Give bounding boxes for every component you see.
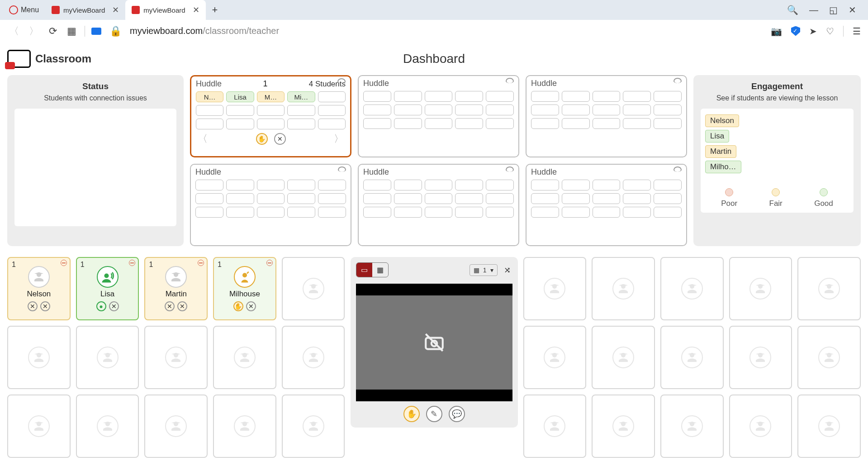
huddle-empty-slot[interactable] xyxy=(654,91,682,102)
huddle-empty-slot[interactable] xyxy=(195,180,223,190)
huddle-member[interactable]: N… xyxy=(196,91,223,102)
student-card-empty[interactable] xyxy=(213,395,276,458)
huddle-empty-slot[interactable] xyxy=(195,193,223,204)
huddle-empty-slot[interactable] xyxy=(287,105,315,116)
huddle-empty-slot[interactable] xyxy=(486,105,514,115)
video-indicator-icon[interactable] xyxy=(91,28,101,35)
huddle-empty-slot[interactable] xyxy=(394,105,422,115)
shuffle-button[interactable]: ⤨ xyxy=(502,263,512,277)
huddle-empty-slot[interactable] xyxy=(425,118,453,129)
huddle-card-5[interactable]: Huddle xyxy=(358,164,519,246)
huddle-empty-slot[interactable] xyxy=(363,207,391,218)
huddle-empty-slot[interactable] xyxy=(623,105,651,115)
huddle-empty-slot[interactable] xyxy=(623,193,651,204)
huddle-empty-slot[interactable] xyxy=(394,193,422,204)
student-card-empty[interactable] xyxy=(282,257,345,320)
remove-icon[interactable] xyxy=(266,260,273,266)
huddle-card-6[interactable]: Huddle xyxy=(526,164,687,246)
huddle-empty-slot[interactable] xyxy=(196,119,223,129)
lasso-icon[interactable] xyxy=(337,78,346,84)
huddle-empty-slot[interactable] xyxy=(394,118,422,129)
raise-hand-button[interactable]: ✋ xyxy=(403,406,420,422)
new-tab-button[interactable]: + xyxy=(206,2,224,18)
student-card-empty[interactable] xyxy=(660,257,724,320)
huddle-empty-slot[interactable] xyxy=(531,180,559,190)
grid-view-icon[interactable]: ▦ xyxy=(372,263,388,277)
student-card-empty[interactable] xyxy=(592,395,655,458)
huddle-empty-slot[interactable] xyxy=(455,105,483,115)
huddle-empty-slot[interactable] xyxy=(455,118,483,129)
huddle-empty-slot[interactable] xyxy=(486,91,514,102)
huddle-empty-slot[interactable] xyxy=(562,105,590,115)
huddle-empty-slot[interactable] xyxy=(623,118,651,129)
huddle-empty-slot[interactable] xyxy=(195,207,223,218)
chevron-right-icon[interactable]: 〉 xyxy=(334,132,344,146)
student-card-empty[interactable] xyxy=(729,326,792,389)
huddle-empty-slot[interactable] xyxy=(623,207,651,218)
huddle-empty-slot[interactable] xyxy=(318,180,346,190)
huddle-empty-slot[interactable] xyxy=(623,91,651,102)
huddle-empty-slot[interactable] xyxy=(455,180,483,190)
huddle-empty-slot[interactable] xyxy=(318,119,346,129)
huddle-empty-slot[interactable] xyxy=(562,118,590,129)
browser-tab-0[interactable]: myViewBoard ✕ xyxy=(45,0,125,20)
huddle-card-1[interactable]: Huddle 1 4 Students N… Lisa M… Mi… xyxy=(190,75,351,157)
reload-button[interactable]: ⟳ xyxy=(47,24,59,39)
presenter-video[interactable] xyxy=(356,284,512,401)
huddle-empty-slot[interactable] xyxy=(593,118,621,129)
huddle-empty-slot[interactable] xyxy=(486,193,514,204)
lasso-icon[interactable] xyxy=(338,166,346,172)
mic-on-icon[interactable]: ● xyxy=(96,301,106,311)
student-card-empty[interactable] xyxy=(213,326,276,389)
huddle-empty-slot[interactable] xyxy=(257,193,285,204)
lasso-icon[interactable] xyxy=(506,166,514,172)
window-minimize-icon[interactable]: — xyxy=(809,5,818,15)
huddle-empty-slot[interactable] xyxy=(226,207,254,218)
mic-mute-icon[interactable]: ✕ xyxy=(165,301,175,311)
student-card-empty[interactable] xyxy=(797,395,861,458)
huddle-empty-slot[interactable] xyxy=(531,193,559,204)
remove-icon[interactable] xyxy=(129,260,135,266)
huddle-empty-slot[interactable] xyxy=(562,91,590,102)
student-card-lisa[interactable]: 1 Lisa ●✕ xyxy=(76,257,139,320)
huddle-empty-slot[interactable] xyxy=(226,180,254,190)
close-icon[interactable]: ✕ xyxy=(112,5,119,15)
student-card-empty[interactable] xyxy=(797,257,861,320)
huddle-empty-slot[interactable] xyxy=(425,91,453,102)
huddle-empty-slot[interactable] xyxy=(363,118,391,129)
huddle-empty-slot[interactable] xyxy=(318,207,346,218)
student-card-empty[interactable] xyxy=(592,257,655,320)
raise-hand-button[interactable]: ✋ xyxy=(256,133,268,145)
lasso-icon[interactable] xyxy=(506,78,514,83)
huddle-empty-slot[interactable] xyxy=(531,91,559,102)
huddle-empty-slot[interactable] xyxy=(486,118,514,129)
snapshot-icon[interactable]: 📷 xyxy=(771,26,782,37)
huddle-empty-slot[interactable] xyxy=(593,180,621,190)
huddle-empty-slot[interactable] xyxy=(531,105,559,115)
lasso-icon[interactable] xyxy=(674,166,682,172)
student-card-empty[interactable] xyxy=(7,395,71,458)
cam-mute-icon[interactable]: ✕ xyxy=(246,301,256,311)
engagement-item[interactable]: Martin xyxy=(705,145,736,158)
huddle-empty-slot[interactable] xyxy=(593,105,621,115)
hand-raised-icon[interactable]: ✋ xyxy=(233,301,243,311)
huddle-empty-slot[interactable] xyxy=(226,193,254,204)
huddle-empty-slot[interactable] xyxy=(486,207,514,218)
chat-button[interactable]: 💬 xyxy=(449,406,465,422)
window-restore-icon[interactable]: ◱ xyxy=(829,5,838,15)
huddle-empty-slot[interactable] xyxy=(394,91,422,102)
huddle-empty-slot[interactable] xyxy=(226,105,254,116)
huddle-empty-slot[interactable] xyxy=(363,180,391,190)
window-close-icon[interactable]: ✕ xyxy=(849,5,856,15)
nav-forward-button[interactable]: 〉 xyxy=(27,23,41,40)
huddle-empty-slot[interactable] xyxy=(425,180,453,190)
huddle-empty-slot[interactable] xyxy=(593,193,621,204)
huddle-empty-slot[interactable] xyxy=(363,91,391,102)
huddle-empty-slot[interactable] xyxy=(287,180,315,190)
engagement-item[interactable]: Nelson xyxy=(705,114,739,127)
student-card-empty[interactable] xyxy=(282,395,345,458)
student-card-empty[interactable] xyxy=(282,326,345,389)
student-card-empty[interactable] xyxy=(523,326,587,389)
huddle-member[interactable]: Lisa xyxy=(226,91,254,102)
search-tabs-icon[interactable]: 🔍 xyxy=(787,5,798,15)
